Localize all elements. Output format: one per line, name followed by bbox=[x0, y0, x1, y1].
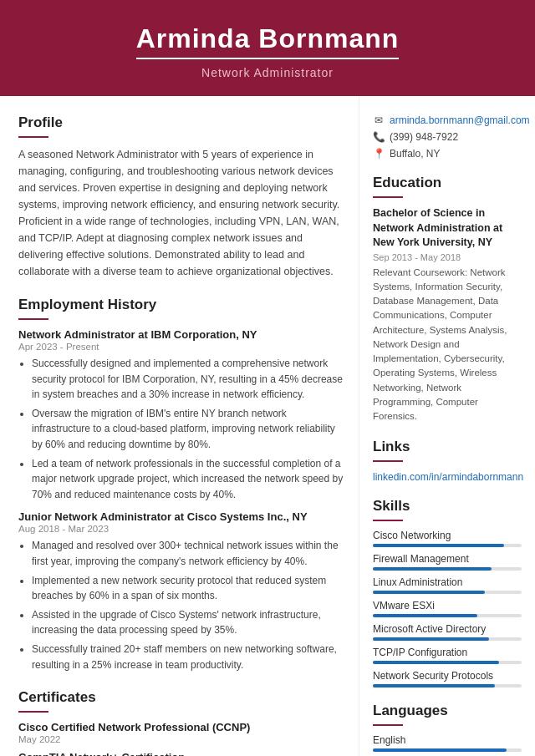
linkedin-link[interactable]: linkedin.com/in/armindabornmann bbox=[373, 471, 523, 483]
skill-bar-bg bbox=[373, 567, 522, 571]
location-text: Buffalo, NY bbox=[390, 148, 440, 160]
skills-section: Skills Cisco Networking Firewall Managem… bbox=[373, 498, 522, 688]
job-bullets-1: Successfully designed and implemented a … bbox=[18, 356, 344, 502]
contact-phone: 📞 (399) 948-7922 bbox=[373, 131, 522, 143]
candidate-name: Arminda Bornmann bbox=[136, 23, 400, 59]
skill-item: Linux Administration bbox=[373, 576, 522, 594]
link-item: linkedin.com/in/armindabornmann bbox=[373, 470, 522, 483]
bullet: Oversaw the migration of IBM's entire NY… bbox=[32, 406, 344, 453]
lang-bar-fill bbox=[373, 748, 507, 752]
skill-item: Firewall Management bbox=[373, 553, 522, 571]
employment-section: Employment History Network Administrator… bbox=[18, 297, 344, 672]
bullet: Implemented a new network security proto… bbox=[32, 573, 344, 604]
skill-bar-fill bbox=[373, 591, 485, 594]
email-icon: ✉ bbox=[373, 114, 385, 126]
bullet: Assisted in the upgrade of Cisco Systems… bbox=[32, 607, 344, 638]
cert-name-2: CompTIA Network+ Certification bbox=[18, 751, 344, 756]
profile-text: A seasoned Network Administrator with 5 … bbox=[18, 146, 344, 280]
edu-degree: Bachelor of Science in Network Administr… bbox=[373, 206, 522, 251]
skill-name: Firewall Management bbox=[373, 553, 522, 565]
certificates-section: Certificates Cisco Certified Network Pro… bbox=[18, 689, 344, 756]
languages-divider bbox=[373, 724, 403, 726]
phone-number: (399) 948-7922 bbox=[390, 131, 458, 143]
skill-item: Microsoft Active Directory bbox=[373, 623, 522, 641]
skill-item: Cisco Networking bbox=[373, 530, 522, 547]
skill-item: TCP/IP Configuration bbox=[373, 647, 522, 664]
skill-bar-fill bbox=[373, 684, 495, 688]
job-date-2: Aug 2018 - Mar 2023 bbox=[18, 524, 344, 534]
cert-item: Cisco Certified Network Professional (CC… bbox=[18, 721, 344, 744]
skill-bar-bg bbox=[373, 661, 522, 664]
skill-bar-bg bbox=[373, 684, 522, 688]
phone-icon: 📞 bbox=[373, 131, 385, 143]
contact-section: ✉ arminda.bornmann@gmail.com 📞 (399) 948… bbox=[373, 114, 522, 160]
lang-bar-bg bbox=[373, 748, 522, 752]
cert-item: CompTIA Network+ Certification Aug 2020 bbox=[18, 751, 344, 756]
profile-title: Profile bbox=[18, 114, 344, 131]
skill-bar-fill bbox=[373, 661, 499, 664]
left-column: Profile A seasoned Network Administrator… bbox=[0, 96, 359, 756]
certificates-title: Certificates bbox=[18, 689, 344, 706]
employment-divider bbox=[18, 318, 48, 320]
profile-section: Profile A seasoned Network Administrator… bbox=[18, 114, 344, 280]
skill-bar-fill bbox=[373, 614, 477, 617]
skill-bar-fill bbox=[373, 637, 489, 641]
profile-divider bbox=[18, 136, 48, 138]
language-name: English bbox=[373, 734, 522, 746]
bullet: Managed and resolved over 300+ technical… bbox=[32, 538, 344, 569]
language-item: English bbox=[373, 734, 522, 752]
email-link[interactable]: arminda.bornmann@gmail.com bbox=[390, 114, 530, 126]
skill-bar-bg bbox=[373, 591, 522, 594]
skill-item: VMware ESXi bbox=[373, 600, 522, 617]
right-column: ✉ arminda.bornmann@gmail.com 📞 (399) 948… bbox=[359, 96, 535, 756]
job-bullets-2: Managed and resolved over 300+ technical… bbox=[18, 538, 344, 672]
contact-email: ✉ arminda.bornmann@gmail.com bbox=[373, 114, 522, 126]
bullet: Successfully designed and implemented a … bbox=[32, 356, 344, 403]
bullet: Successfully trained 20+ staff members o… bbox=[32, 642, 344, 672]
job-title-2: Junior Network Administrator at Cisco Sy… bbox=[18, 510, 344, 523]
skill-name: Network Security Protocols bbox=[373, 670, 522, 682]
candidate-title: Network Administrator bbox=[17, 66, 518, 79]
job-item: Junior Network Administrator at Cisco Sy… bbox=[18, 510, 344, 672]
job-item: Network Administrator at IBM Corporation… bbox=[18, 328, 344, 502]
skill-bar-fill bbox=[373, 544, 504, 547]
education-divider bbox=[373, 196, 403, 198]
skill-name: TCP/IP Configuration bbox=[373, 647, 522, 658]
header: Arminda Bornmann Network Administrator bbox=[0, 0, 535, 96]
skills-title: Skills bbox=[373, 498, 522, 515]
skill-name: Cisco Networking bbox=[373, 530, 522, 541]
cert-date-1: May 2022 bbox=[18, 734, 344, 744]
skills-list: Cisco Networking Firewall Management Lin… bbox=[373, 530, 522, 688]
links-divider bbox=[373, 460, 403, 462]
skill-bar-bg bbox=[373, 544, 522, 547]
skill-bar-fill bbox=[373, 567, 492, 571]
skill-bar-bg bbox=[373, 637, 522, 641]
skill-name: Linux Administration bbox=[373, 576, 522, 588]
cert-name-1: Cisco Certified Network Professional (CC… bbox=[18, 721, 344, 733]
employment-title: Employment History bbox=[18, 297, 344, 313]
skill-name: Microsoft Active Directory bbox=[373, 623, 522, 635]
links-section: Links linkedin.com/in/armindabornmann bbox=[373, 439, 522, 483]
skills-divider bbox=[373, 520, 403, 521]
links-title: Links bbox=[373, 439, 522, 455]
skill-item: Network Security Protocols bbox=[373, 670, 522, 688]
languages-title: Languages bbox=[373, 703, 522, 719]
contact-location: 📍 Buffalo, NY bbox=[373, 148, 522, 160]
edu-coursework: Relevant Coursework: Network Systems, In… bbox=[373, 266, 522, 424]
job-title-1: Network Administrator at IBM Corporation… bbox=[18, 328, 344, 341]
bullet: Led a team of network professionals in t… bbox=[32, 456, 344, 503]
education-section: Education Bachelor of Science in Network… bbox=[373, 175, 522, 424]
skill-name: VMware ESXi bbox=[373, 600, 522, 611]
job-date-1: Apr 2023 - Present bbox=[18, 342, 344, 352]
skill-bar-bg bbox=[373, 614, 522, 617]
languages-section: Languages English Spanish bbox=[373, 703, 522, 756]
education-title: Education bbox=[373, 175, 522, 191]
edu-date: Sep 2013 - May 2018 bbox=[373, 252, 522, 262]
certificates-divider bbox=[18, 711, 48, 713]
languages-list: English Spanish bbox=[373, 734, 522, 756]
location-icon: 📍 bbox=[373, 148, 385, 160]
body-wrap: Profile A seasoned Network Administrator… bbox=[0, 96, 535, 756]
